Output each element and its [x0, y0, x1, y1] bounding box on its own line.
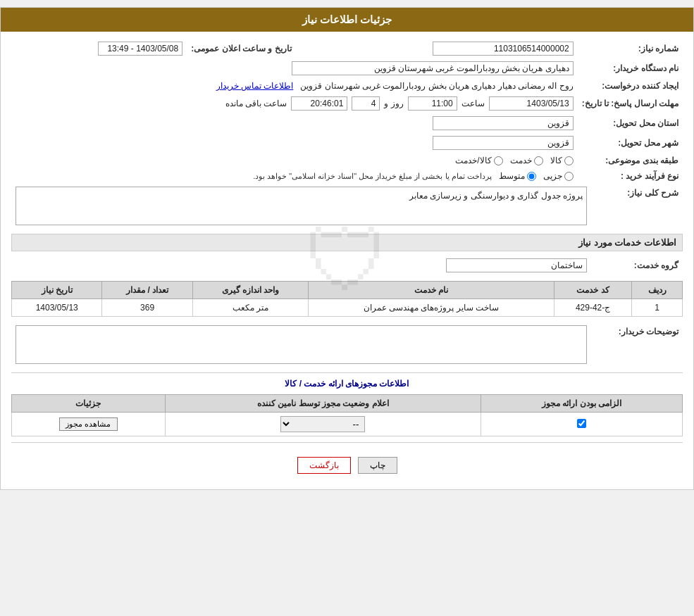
- service-group-display: ساختمان: [446, 258, 587, 272]
- radio-partial-item: جزیی: [543, 171, 574, 181]
- services-section-title: اطلاعات خدمات مورد نیاز: [11, 234, 683, 251]
- radio-goods-service-label: کالا/خدمت: [455, 156, 491, 165]
- radio-goods-item: کالا: [550, 156, 574, 165]
- purchase-notice: پرداخت تمام یا بخشی از مبلغ خریداز محل "…: [253, 172, 492, 181]
- status-select[interactable]: --: [280, 416, 365, 432]
- description-value: پروژه جدول گذاری و دیوارسنگی و زیرسازی م…: [11, 184, 591, 228]
- description-table: شرح کلی نیاز: پروژه جدول گذاری و دیوارسن…: [11, 184, 683, 228]
- cell-quantity: 369: [102, 299, 192, 317]
- cell-row-num: 1: [632, 299, 683, 317]
- row-purchase-type: نوع فرآیند خرید : جزیی متوسط پرداخت تمام…: [11, 168, 683, 184]
- purchase-type-label: نوع فرآیند خرید :: [578, 168, 683, 184]
- announcement-date-display: 1403/05/08 - 13:49: [98, 42, 182, 56]
- deadline-row: 1403/05/13 ساعت 11:00 روز و 4 20:46:01 س…: [16, 96, 574, 111]
- days-label: روز و: [384, 99, 403, 108]
- category-radios: کالا خدمت کالا/خدمت: [11, 153, 578, 168]
- requester-label: ایجاد کننده درخواست:: [578, 78, 683, 94]
- col-unit: واحد اندازه گیری: [192, 282, 308, 299]
- radio-goods-service-item: کالا/خدمت: [455, 156, 502, 165]
- col-required: الزامی بودن ارائه مجوز: [481, 395, 682, 413]
- cell-details: مشاهده مجوز: [12, 413, 166, 436]
- city-value: قزوین: [11, 133, 578, 153]
- radio-service-label: خدمت: [510, 156, 532, 165]
- requester-text: روح اله رمضانی دهیار دهیاری هریان بخش رو…: [300, 81, 573, 91]
- row-deadline: مهلت ارسال پاسخ: تا تاریخ: 1403/05/13 سا…: [11, 94, 683, 113]
- buyer-desc-table: توضیحات خریدار:: [11, 322, 683, 367]
- province-label: استان محل تحویل:: [578, 113, 683, 133]
- description-label: شرح کلی نیاز:: [591, 184, 683, 228]
- cell-supplier-status: --: [165, 413, 481, 436]
- row-province: استان محل تحویل: قزوین: [11, 113, 683, 133]
- main-content: 🛡 شماره نیاز: 1103106514000002 تاریخ و س…: [1, 32, 693, 489]
- row-need-number: شماره نیاز: 1103106514000002 تاریخ و ساع…: [11, 39, 683, 58]
- radio-medium-label: متوسط: [499, 171, 525, 181]
- city-display: قزوین: [433, 136, 574, 150]
- need-number-label: شماره نیاز:: [578, 39, 683, 58]
- radio-partial-label: جزیی: [543, 171, 562, 181]
- buyer-org-label: نام دستگاه خریدار:: [578, 58, 683, 78]
- cell-date: 1403/05/13: [12, 299, 102, 317]
- time-label: ساعت: [461, 99, 485, 108]
- col-details: جزئیات: [12, 395, 166, 413]
- row-description: شرح کلی نیاز: پروژه جدول گذاری و دیوارسن…: [11, 184, 683, 228]
- row-buyer-org: نام دستگاه خریدار: دهیاری هریان بخش رودب…: [11, 58, 683, 78]
- purchase-radio-group: جزیی متوسط پرداخت تمام یا بخشی از مبلغ خ…: [16, 171, 574, 181]
- radio-goods[interactable]: [564, 156, 574, 165]
- contact-link[interactable]: اطلاعات تماس خریدار: [216, 81, 294, 91]
- col-row-num: ردیف: [632, 282, 683, 299]
- radio-partial[interactable]: [564, 172, 574, 181]
- back-button[interactable]: بازگشت: [297, 457, 351, 474]
- row-category: طبقه بندی موضوعی: کالا خدمت: [11, 153, 683, 168]
- col-quantity: تعداد / مقدار: [102, 282, 192, 299]
- cell-unit: متر مکعب: [192, 299, 308, 317]
- buyer-desc-label: توضیحات خریدار:: [591, 322, 683, 367]
- cell-service-code: ج-42-429: [554, 299, 632, 317]
- radio-service[interactable]: [534, 156, 543, 165]
- description-text: پروژه جدول گذاری و دیوارسنگی و زیرسازی م…: [409, 191, 583, 201]
- col-supplier-status: اعلام وضعیت مجوز توسط نامین کننده: [165, 395, 481, 413]
- row-service-group: گروه خدمت: ساختمان: [11, 256, 683, 275]
- cell-required: [481, 413, 682, 436]
- view-license-button[interactable]: مشاهده مجوز: [59, 417, 117, 431]
- remaining-label: ساعت باقی مانده: [225, 99, 287, 108]
- announcement-date-value: 1403/05/08 - 13:49: [11, 39, 187, 58]
- license-section-title: اطلاعات مجوزهای ارائه خدمت / کالا: [11, 379, 683, 389]
- response-time: 11:00: [408, 96, 457, 111]
- services-table: ردیف کد خدمت نام خدمت واحد اندازه گیری ت…: [11, 281, 683, 317]
- buyer-org-display: دهیاری هریان بخش رودبارالموت غربی شهرستا…: [292, 61, 574, 75]
- buyer-org-value: دهیاری هریان بخش رودبارالموت غربی شهرستا…: [11, 58, 578, 78]
- services-table-body: 1 ج-42-429 ساخت سایر پروژه‌های مهندسی عم…: [12, 299, 683, 317]
- license-header-row: الزامی بودن ارائه مجوز اعلام وضعیت مجوز …: [12, 395, 683, 413]
- license-table: الزامی بودن ارائه مجوز اعلام وضعیت مجوز …: [11, 394, 683, 436]
- row-requester: ایجاد کننده درخواست: روح اله رمضانی دهیا…: [11, 78, 683, 94]
- description-box: پروژه جدول گذاری و دیوارسنگی و زیرسازی م…: [16, 187, 587, 225]
- services-header-row: ردیف کد خدمت نام خدمت واحد اندازه گیری ت…: [12, 282, 683, 299]
- cell-service-name: ساخت سایر پروژه‌های مهندسی عمران: [309, 299, 554, 317]
- radio-medium[interactable]: [527, 172, 536, 181]
- buyer-desc-value: [11, 322, 591, 367]
- col-service-name: نام خدمت: [309, 282, 554, 299]
- deadline-label: مهلت ارسال پاسخ: تا تاریخ:: [578, 94, 683, 113]
- purchase-type-value: جزیی متوسط پرداخت تمام یا بخشی از مبلغ خ…: [11, 168, 578, 184]
- response-date: 1403/05/13: [489, 96, 574, 111]
- city-label: شهر محل تحویل:: [578, 133, 683, 153]
- divider2: [11, 442, 683, 443]
- table-row: 1 ج-42-429 ساخت سایر پروژه‌های مهندسی عم…: [12, 299, 683, 317]
- page-title: جزئیات اطلاعات نیاز: [302, 13, 392, 25]
- license-table-body: -- مشاهده مجوز: [12, 413, 683, 436]
- info-table: شماره نیاز: 1103106514000002 تاریخ و ساع…: [11, 39, 683, 184]
- list-item: -- مشاهده مجوز: [12, 413, 683, 436]
- service-group-label: گروه خدمت:: [591, 256, 683, 275]
- print-button[interactable]: چاپ: [358, 457, 397, 474]
- need-number-display: 1103106514000002: [433, 42, 574, 56]
- required-checkbox[interactable]: [577, 419, 586, 428]
- buyer-desc-box: [16, 325, 587, 364]
- row-buyer-desc: توضیحات خریدار:: [11, 322, 683, 367]
- category-label: طبقه بندی موضوعی:: [578, 153, 683, 168]
- requester-value: روح اله رمضانی دهیار دهیاری هریان بخش رو…: [11, 78, 578, 94]
- response-days: 4: [352, 96, 380, 111]
- service-group-table: گروه خدمت: ساختمان: [11, 256, 683, 275]
- response-remaining: 20:46:01: [291, 96, 347, 111]
- radio-goods-service[interactable]: [494, 156, 503, 165]
- need-number-value: 1103106514000002: [296, 39, 578, 58]
